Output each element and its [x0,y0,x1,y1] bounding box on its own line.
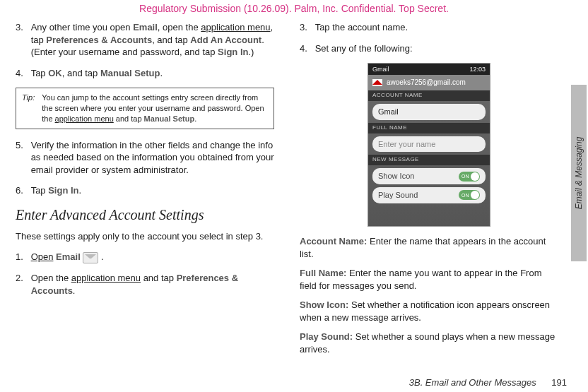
ui-ok: OK [48,68,62,78]
option-label: Play Sound: [300,331,353,342]
ui-sign-in: Sign In [48,185,78,196]
phone-field-full-name: Enter your name [372,136,486,153]
step-num: 3. [16,21,28,34]
text: Tap [31,68,49,78]
text: Open the [31,273,71,283]
text: . [160,68,163,78]
text: .) [248,47,254,57]
tip-box: Tip: You can jump to the account setting… [16,88,274,129]
phone-app-name: Gmail [372,65,389,73]
toggle-play-sound: ON [459,190,480,200]
step-num: 1. [16,251,28,263]
phone-row-label: Play Sound [378,190,418,201]
ui-preferences-accounts: Preferences & Accounts [46,35,152,45]
text: , and tap [152,35,190,45]
phone-body: ACCOUNT NAME Gmail FULL NAME Enter your … [368,90,490,226]
option-label: Show Icon: [300,299,348,310]
step-text: Verify the information in the other fiel… [31,139,274,177]
phone-screenshot: Gmail 12:03 awoeks7256@gmail.com ACCOUNT… [368,63,490,227]
substep-2: 2. Open the application menu and tap Pre… [16,272,274,297]
substep-1: 1. Open Email . [16,251,274,263]
step-text: Any other time you open Email, open the … [31,21,274,59]
phone-row-show-icon: Show Icon ON [372,168,486,184]
phone-row-play-sound: Play Sound ON [372,187,486,203]
toggle-show-icon: ON [459,172,480,182]
confidential-header: Regulatory Submission (10.26.09). Palm, … [0,3,588,14]
text: . [101,251,104,262]
section-tab-email-messaging: Email & Messaging [571,85,587,261]
text: Tap [31,185,49,196]
ui-add-an-account: Add An Account [190,35,261,45]
step-text: Set any of the following: [315,42,558,55]
link-application-menu: application menu [71,273,141,283]
step-text: Open the application menu and tap Prefer… [31,272,274,297]
step-text: Tap the account name. [315,21,558,34]
step-text: Tap Sign In. [31,184,274,197]
phone-clock: 12:03 [469,65,486,73]
left-column: 3. Any other time you open Email, open t… [16,21,287,371]
option-show-icon: Show Icon: Set whether a notification ic… [300,299,558,323]
section-heading-enter-advanced: Enter Advanced Account Settings [16,207,274,223]
step-6: 6. Tap Sign In. [16,184,274,197]
text: and tap [141,273,177,283]
step-3: 3. Any other time you open Email, open t… [16,21,274,59]
page-body: 3. Any other time you open Email, open t… [16,21,558,371]
step-num: 6. [16,184,28,197]
phone-account-bar: awoeks7256@gmail.com [368,75,490,90]
page-footer: 3B. Email and Other Messages 191 [409,377,567,388]
ui-sign-in: Sign In [218,47,248,57]
ui-email: Email [56,251,81,262]
phone-statusbar: Gmail 12:03 [368,64,490,75]
phone-field-account-name: Gmail [372,104,486,120]
text: Any other time you open [31,22,134,32]
option-full-name: Full Name: Enter the name you want to ap… [300,267,558,292]
step-num: 5. [16,139,28,152]
link-open: Open [31,251,54,262]
right-column: 3. Tap the account name. 4. Set any of t… [287,21,558,371]
tip-label: Tip: [22,93,35,124]
mail-icon [372,79,382,86]
text: . [194,114,196,123]
step-text: Open Email . [31,251,274,263]
step-num: 3. [300,21,312,34]
tip-body: You can jump to the account settings ent… [42,93,268,124]
phone-label-account-name: ACCOUNT NAME [368,90,490,101]
text: . [79,185,82,196]
section-tab-label: Email & Messaging [574,137,584,210]
option-account-name: Account Name: Enter the name that appear… [300,235,558,260]
r-step-4: 4. Set any of the following: [300,42,558,55]
step-num: 4. [300,42,312,55]
option-play-sound: Play Sound: Set whether a sound plays wh… [300,331,558,355]
text: , and tap [62,68,100,78]
text: . [73,285,76,296]
option-label: Account Name: [300,236,367,247]
ui-manual-setup: Manual Setup [144,114,195,123]
step-text: Tap OK, and tap Manual Setup. [31,67,274,80]
step-4: 4. Tap OK, and tap Manual Setup. [16,67,274,80]
footer-section-title: 3B. Email and Other Messages [409,377,536,388]
option-label: Full Name: [300,268,346,278]
link-application-menu: application menu [201,22,270,32]
phone-label-full-name: FULL NAME [368,123,490,133]
ui-manual-setup: Manual Setup [100,68,160,78]
step-5: 5. Verify the information in the other f… [16,139,274,177]
text: , open the [158,22,201,32]
email-icon [83,252,98,263]
section-intro: These settings apply only to the account… [16,230,274,243]
phone-row-label: Show Icon [378,171,414,182]
phone-account-address: awoeks7256@gmail.com [387,78,466,88]
text: and tap [114,114,144,123]
phone-label-new-message: NEW MESSAGE [368,155,490,165]
ui-email: Email [133,22,158,32]
step-num: 4. [16,67,28,80]
footer-page-number: 191 [551,377,567,388]
step-num: 2. [16,272,28,285]
link-application-menu: application menu [55,114,114,123]
r-step-3: 3. Tap the account name. [300,21,558,34]
